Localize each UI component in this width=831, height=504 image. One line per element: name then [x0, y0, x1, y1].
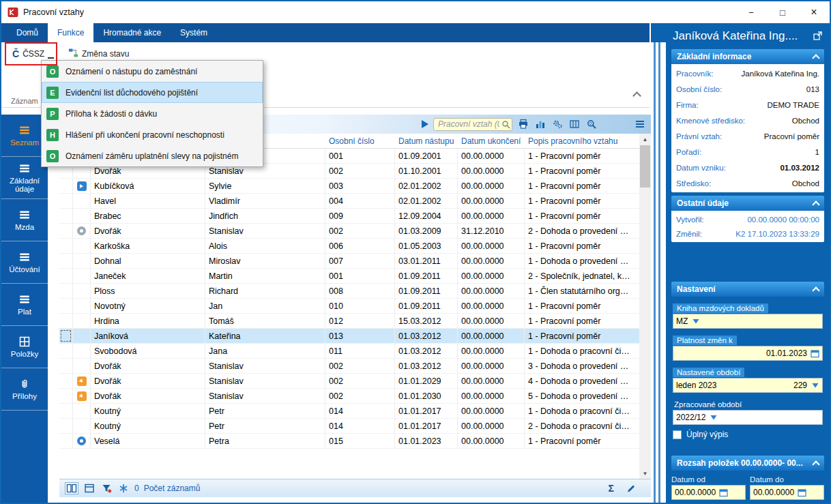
section-header-other-info[interactable]: Ostatní údaje: [671, 196, 824, 211]
ribbon-collapse-button[interactable]: [634, 89, 640, 102]
table-row[interactable]: JaníkováKateřina01301.03.201200.00.00001…: [59, 329, 639, 344]
section-other-info: Ostatní údaje Vytvořil:00.00.0000 00:00:…: [671, 196, 824, 242]
description-cell: 1 - Pracovní poměr: [525, 299, 639, 314]
sidebar-item[interactable]: Přílohy: [1, 368, 48, 411]
scroll-down-arrow[interactable]: ▼: [639, 468, 651, 479]
panel-splitter[interactable]: [651, 42, 666, 503]
table-row[interactable]: VeseláPetra01501.01.202300.00.00001 - Pr…: [59, 434, 639, 449]
open-detail-icon[interactable]: [813, 31, 823, 41]
ribbon-tab[interactable]: Domů: [7, 23, 48, 42]
surname-cell: Janeček: [91, 269, 205, 284]
ribbon-tab[interactable]: Systém: [171, 23, 217, 42]
table-row[interactable]: NovotnýJan01001.09.201100.00.00001 - Pra…: [59, 299, 639, 314]
validity-date-label: Platnost změn k: [673, 336, 737, 345]
basic-info-fields: Pracovník:Janíková Kateřina Ing.Osobní č…: [671, 64, 824, 192]
surname-cell: Kubíčková: [91, 179, 205, 194]
maximize-button[interactable]: □: [767, 1, 798, 23]
filter-icon[interactable]: [100, 483, 113, 494]
scroll-up-arrow[interactable]: ▲: [639, 134, 651, 145]
gears-icon[interactable]: [551, 118, 564, 130]
table-row[interactable]: DohnalMiroslav00703.01.201100.00.00001 -…: [59, 254, 639, 269]
description-cell: 1 - Pracovní poměr: [525, 329, 639, 344]
table-row[interactable]: BrabecJindřich00912.09.200400.00.00001 -…: [59, 209, 639, 224]
table-row[interactable]: HrdinaTomáš01215.03.201200.00.00001 - Pr…: [59, 314, 639, 329]
info-field-label: Osobní číslo:: [676, 85, 722, 93]
minimize-button[interactable]: −: [735, 1, 767, 23]
chart-icon[interactable]: [534, 118, 547, 130]
table-row[interactable]: DvořákStanislav00201.03.201200.00.00003 …: [59, 359, 639, 374]
surname-cell: Veselá: [91, 434, 205, 449]
sidebar-item[interactable]: Účtování: [1, 241, 48, 284]
close-button[interactable]: ×: [798, 1, 830, 23]
ribbon-tab[interactable]: Hromadné akce: [93, 23, 171, 42]
menu-item[interactable]: EEvidenční list důchodového pojištění: [42, 82, 263, 103]
menu-item[interactable]: HHlášení při ukončení pracovní neschopno…: [42, 124, 263, 145]
firstname-cell: Jan: [205, 299, 325, 314]
dropdown-icon[interactable]: [691, 317, 700, 326]
menu-item[interactable]: PPříloha k žádosti o dávku: [42, 103, 263, 124]
calendar-icon[interactable]: [811, 349, 819, 358]
row-status-cell: [73, 374, 91, 389]
table-row[interactable]: KoutnýPetr01401.01.201700.00.00001 - Doh…: [59, 404, 639, 419]
column-header[interactable]: Datum nástupu: [395, 134, 458, 148]
dropdown-icon[interactable]: [811, 381, 819, 390]
calendar-icon[interactable]: [719, 488, 728, 497]
payroll-book-input[interactable]: MZ: [673, 314, 823, 329]
table-row[interactable]: KarkoškaAlois00601.05.200300.00.00001 - …: [59, 239, 639, 254]
menu-item[interactable]: OOznámení o nástupu do zaměstnání: [42, 61, 263, 82]
row-status-cell: [73, 359, 91, 374]
sum-icon[interactable]: Σ: [609, 483, 614, 494]
columns-icon[interactable]: [65, 482, 78, 494]
ribbon-tab[interactable]: Funkce: [48, 23, 93, 42]
sidebar-item-label: Položky: [10, 350, 40, 358]
table-row[interactable]: HavelVladimír00402.01.200200.00.00001 - …: [59, 194, 639, 209]
dropdown-icon[interactable]: [709, 413, 718, 422]
printer-icon[interactable]: [516, 118, 530, 130]
calendar-icon[interactable]: [798, 488, 806, 497]
table-row[interactable]: DvořákStanislav00201.01.202900.00.00004 …: [59, 374, 639, 389]
date-from-input[interactable]: 00.00.0000: [671, 485, 746, 500]
section-header-item-range[interactable]: Rozsah položek 00.00.0000- 00...: [671, 456, 824, 471]
personal-number-cell: 002: [325, 224, 395, 239]
scrollbar-thumb[interactable]: [640, 145, 650, 188]
dot-glyph: [80, 229, 83, 233]
personal-number-cell: 013: [325, 329, 395, 344]
firstname-cell: Stanislav: [205, 374, 325, 389]
menu-icon[interactable]: [633, 118, 647, 130]
vertical-scrollbar[interactable]: ▲ ▼: [639, 134, 651, 479]
full-listing-checkbox[interactable]: [673, 430, 682, 439]
section-header-basic-info[interactable]: Základní informace: [671, 49, 824, 64]
set-period-input[interactable]: leden 2023 229: [673, 378, 823, 393]
personal-number-cell: 001: [325, 149, 395, 164]
start-date-cell: 01.03.2012: [395, 329, 458, 344]
column-header[interactable]: Osobní číslo: [325, 134, 395, 148]
play-icon[interactable]: [420, 119, 431, 130]
table-row[interactable]: SvobodováJana01101.03.201200.00.00001 - …: [59, 344, 639, 359]
date-to-input[interactable]: 00.00.0000: [750, 485, 824, 500]
section-header-settings[interactable]: Nastavení: [671, 282, 824, 297]
table-row[interactable]: DvořákStanislav00201.03.200931.12.20102 …: [59, 224, 639, 239]
search-input[interactable]: [433, 118, 512, 131]
menu-item[interactable]: OOznámení záměru uplatnění slevy na poji…: [42, 145, 263, 166]
column-header[interactable]: Popis pracovního vztahu: [525, 134, 639, 148]
pencil-icon[interactable]: [625, 483, 637, 494]
table-row[interactable]: KoutnýPetr01401.01.201700.00.00002 - Doh…: [59, 419, 639, 434]
sidebar-item[interactable]: Položky: [1, 326, 48, 368]
table-row[interactable]: DvořákStanislav00201.01.203000.00.00005 …: [59, 389, 639, 404]
personal-number-cell: 002: [325, 389, 395, 404]
calendar-icon[interactable]: [83, 483, 96, 494]
sidebar-item[interactable]: Mzda: [1, 199, 48, 241]
end-date-cell: 00.00.0000: [458, 359, 525, 374]
sidebar-item[interactable]: Plat: [1, 284, 48, 326]
description-cell: 1 - Pracovní poměr: [525, 149, 639, 164]
column-header[interactable]: Datum ukončení: [458, 134, 525, 148]
processed-period-input[interactable]: 2022/12: [673, 410, 823, 425]
validity-date-input[interactable]: 01.01.2023: [673, 346, 823, 361]
asterisk-icon[interactable]: [117, 483, 130, 494]
table-row[interactable]: PlossRichard00801.09.201100.00.00001 - Č…: [59, 284, 639, 299]
info-field: Vytvořil:00.00.0000 00:00:00: [671, 212, 824, 226]
zoom-settings-icon[interactable]: [585, 118, 598, 130]
columns-book-icon[interactable]: [568, 118, 581, 130]
table-row[interactable]: KubíčkováSylvie00302.01.200200.00.00001 …: [59, 179, 639, 194]
table-row[interactable]: JanečekMartin00101.09.201100.00.00002 - …: [59, 269, 639, 284]
